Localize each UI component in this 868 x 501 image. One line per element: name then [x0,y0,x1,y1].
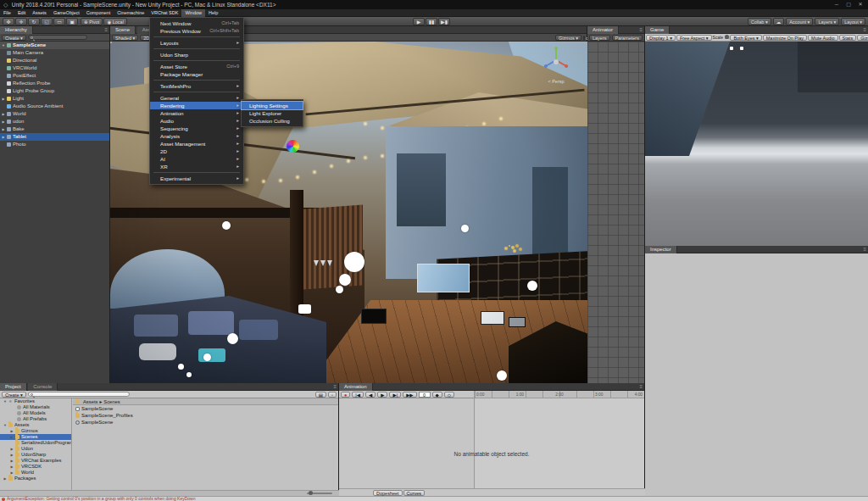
menubar-item-cinemachine[interactable]: Cinemachine [114,9,147,17]
project-tree-item[interactable]: ▶VRCSDK [0,464,71,470]
layers-button[interactable]: Layers ▾ [815,18,839,25]
persp-label[interactable]: < Persp [537,79,575,84]
menubar-item-component[interactable]: Component [83,9,114,17]
animator-graph[interactable] [587,42,644,383]
project-tree-item[interactable]: All Models [0,410,71,416]
hierarchy-item[interactable]: PostEffect [0,72,109,80]
dopesheet-button[interactable]: Dopesheet [373,490,403,496]
hierarchy-item[interactable]: Light Probe Group [0,87,109,95]
camera-gizmo-icon[interactable] [298,304,311,314]
curves-button[interactable]: Curves [403,490,425,496]
project-favorites-root[interactable]: ▼★Favorites [0,398,71,404]
scene-orientation-gizmo[interactable] [539,45,573,79]
animator-parameters-tab[interactable]: Parameters [612,35,643,41]
timeline-ruler[interactable]: 0:001:002:003:004:00 [475,391,644,398]
gizmo-handle-icon[interactable] [203,353,211,361]
panel-menu-icon[interactable]: ≡ [639,383,643,391]
project-file[interactable]: SampleScene [73,419,338,426]
window-menu-item[interactable]: Asset StoreCtrl+9 [150,63,243,70]
submenu-item[interactable]: Occlusion Culling [242,117,303,125]
menubar-item-help[interactable]: Help [205,9,221,17]
project-search-input[interactable] [28,392,130,397]
window-menu-item[interactable]: Analysis▸ [150,132,243,140]
display-dropdown[interactable]: Display 1 ▾ [646,35,676,41]
rotate-tool-icon[interactable]: ↻ [28,18,40,25]
tab-project[interactable]: Project [0,383,27,391]
hierarchy-item[interactable]: Directional [0,57,109,64]
gizmo-handle-icon[interactable] [344,252,364,272]
project-file[interactable]: SampleScene_Profiles [73,412,338,419]
aspect-dropdown[interactable]: Free Aspect ▾ [676,35,712,41]
project-assets-root[interactable]: ▼Assets [0,422,71,428]
window-menu-item[interactable]: Layouts▸ [150,39,243,47]
breadcrumb-current[interactable]: Scenes [103,398,120,405]
window-menu-item[interactable]: Experimental▸ [150,175,243,182]
hierarchy-item[interactable]: ▶World [0,110,109,118]
gizmo-handle-icon[interactable] [178,364,184,370]
animation-timeline-area[interactable] [476,398,644,488]
window-menu-item[interactable]: Next WindowCtrl+Tab [150,19,243,27]
gizmo-handle-icon[interactable] [497,370,507,381]
close-button[interactable]: ✕ [854,0,866,9]
menubar-item-gameobject[interactable]: GameObject [50,9,83,17]
scene-root-row[interactable]: ▼ SampleScene [0,42,109,49]
create-button[interactable]: Create ▾ [2,392,26,398]
hand-tool-icon[interactable]: ✜ [3,18,14,25]
local-toggle-button[interactable]: ◉ Local [103,18,126,25]
tab-inspector[interactable]: Inspector [645,246,677,253]
window-menu-item[interactable]: Audio▸ [150,117,243,125]
window-menu-item[interactable]: TextMeshPro▸ [150,82,243,90]
menubar-item-window[interactable]: Window [181,9,205,17]
mute-audio-toggle[interactable]: Mute Audio [808,35,838,41]
tab-animator[interactable]: Animator [587,26,619,34]
lock-icon[interactable]: ◦ [328,392,337,398]
restore-button[interactable]: ▢ [843,0,854,9]
tab-hierarchy[interactable]: Hierarchy [0,26,33,34]
maximize-on-play-toggle[interactable]: Maximize On Play [763,35,807,41]
play-button[interactable]: ▶ [377,392,387,398]
project-tree-item[interactable]: ▶Scenes [0,434,71,440]
shading-mode-dropdown[interactable]: Shaded ▾ [112,35,138,41]
project-tree-item[interactable]: ▶Gizmos [0,428,71,434]
panel-menu-icon[interactable]: ≡ [333,383,337,391]
gizmo-center-icon[interactable] [554,59,559,64]
gizmo-handle-icon[interactable] [339,274,351,286]
collapse-arrow-icon[interactable]: ▼ [0,42,7,49]
animator-layers-tab[interactable]: Layers [589,35,610,41]
hierarchy-item[interactable]: Photo [0,141,109,148]
hierarchy-item[interactable]: ▶Bake [0,125,109,133]
project-tree-item[interactable]: ▶UdonSharp [0,452,71,458]
pivot-toggle-button[interactable]: ⊕ Pivot [81,18,103,25]
submenu-item[interactable]: Light Explorer [242,109,303,117]
project-tree-item[interactable]: SerializedUdonPrograms [0,440,71,446]
create-button[interactable]: Create ▾ [2,35,26,41]
gizmo-handle-icon[interactable] [227,333,238,344]
add-event-button[interactable]: ◇ [444,392,454,398]
frame-field[interactable]: 0 [419,392,431,398]
hierarchy-item[interactable]: ▶Tablet [0,133,109,141]
window-menu-item[interactable]: Sequencing▸ [150,125,243,132]
layout-grid-icon[interactable]: ▤ [315,392,326,398]
window-menu-item[interactable]: AI▸ [150,155,243,163]
hierarchy-item[interactable]: ▶Light [0,95,109,103]
window-menu-item[interactable]: Previous WindowCtrl+Shift+Tab [150,27,243,35]
hierarchy-item[interactable]: Audio Source Ambient [0,103,109,110]
hierarchy-search-input[interactable] [28,35,87,40]
tab-scene[interactable]: Scene [110,26,136,34]
window-menu-item[interactable]: XR▸ [150,163,243,170]
hierarchy-item[interactable]: Main Camera [0,49,109,57]
transform-tool-icon[interactable]: ▣ [66,18,78,25]
tab-console[interactable]: Console [28,383,58,391]
hierarchy-item[interactable]: VRCWorld [0,64,109,72]
step-button[interactable]: ▶▮ [438,18,450,25]
account-button[interactable]: Account ▾ [786,18,813,25]
stats-toggle[interactable]: Stats [839,35,857,41]
next-key-button[interactable]: ▶| [389,392,401,398]
tab-animation[interactable]: Animation [339,383,373,391]
first-key-button[interactable]: |◀ [352,392,364,398]
menubar-item-assets[interactable]: Assets [29,9,50,17]
pause-button[interactable]: ▮▮ [426,18,437,25]
minimize-button[interactable]: ─ [831,0,843,9]
thumbnail-size-slider[interactable] [307,493,332,494]
menubar-item-vrchat-sdk[interactable]: VRChat SDK [147,9,181,17]
